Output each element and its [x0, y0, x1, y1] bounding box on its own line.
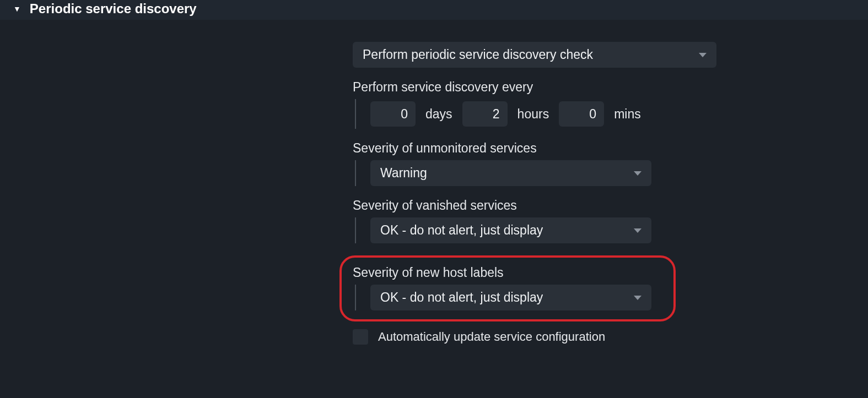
- days-input[interactable]: 0: [370, 101, 416, 127]
- collapse-icon: ▼: [13, 4, 21, 13]
- new-host-labels-label: Severity of new host labels: [353, 265, 662, 280]
- unmonitored-label: Severity of unmonitored services: [353, 141, 868, 156]
- days-unit: days: [425, 107, 452, 122]
- auto-update-row: Automatically update service configurati…: [353, 329, 868, 345]
- interval-inputs: 0 days 2 hours 0 mins: [370, 99, 868, 129]
- new-host-labels-value: OK - do not alert, just display: [380, 290, 543, 305]
- vanished-dropdown[interactable]: OK - do not alert, just display: [370, 217, 651, 243]
- hours-input[interactable]: 2: [462, 101, 508, 127]
- highlight-annotation: Severity of new host labels OK - do not …: [339, 255, 676, 321]
- chevron-down-icon: [699, 53, 707, 57]
- new-host-labels-dropdown[interactable]: OK - do not alert, just display: [370, 285, 651, 310]
- form-content: Perform periodic service discovery check…: [0, 20, 868, 345]
- chevron-down-icon: [634, 228, 641, 233]
- auto-update-label: Automatically update service configurati…: [378, 330, 605, 344]
- unmonitored-dropdown[interactable]: Warning: [370, 160, 651, 186]
- mins-input[interactable]: 0: [559, 101, 604, 127]
- chevron-down-icon: [634, 171, 641, 176]
- vanished-label: Severity of vanished services: [353, 198, 868, 213]
- chevron-down-icon: [634, 296, 641, 300]
- section-title: Periodic service discovery: [30, 1, 197, 17]
- mins-unit: mins: [614, 107, 641, 122]
- section-header[interactable]: ▼ Periodic service discovery: [0, 0, 868, 20]
- mode-dropdown-value: Perform periodic service discovery check: [363, 47, 593, 62]
- auto-update-checkbox[interactable]: [353, 329, 368, 345]
- hours-unit: hours: [517, 107, 549, 122]
- vanished-value: OK - do not alert, just display: [380, 223, 543, 238]
- mode-dropdown[interactable]: Perform periodic service discovery check: [353, 42, 716, 68]
- unmonitored-value: Warning: [380, 166, 427, 181]
- interval-label: Perform service discovery every: [353, 80, 868, 95]
